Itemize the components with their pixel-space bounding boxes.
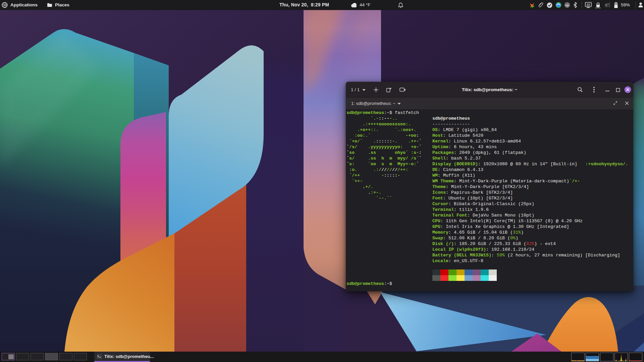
svg-text:up: up	[566, 4, 569, 7]
svg-text:ZZ: ZZ	[587, 3, 590, 6]
